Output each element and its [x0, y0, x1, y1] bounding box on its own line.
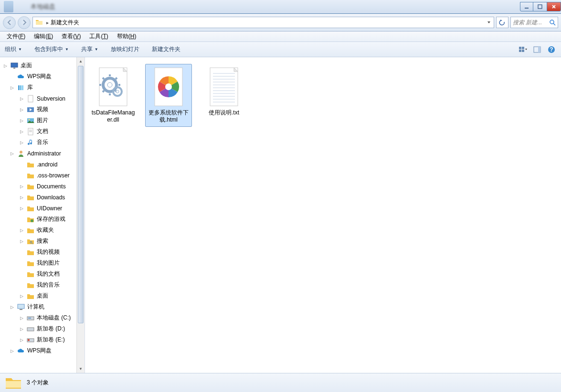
tree-item[interactable]: 保存的游戏 [0, 214, 76, 225]
svg-rect-13 [13, 68, 15, 69]
svg-rect-31 [28, 318, 31, 319]
maximize-button[interactable] [533, 2, 547, 11]
menu-file[interactable]: 文件(F) [3, 31, 29, 41]
tree-wps2[interactable]: ▷WPS网盘 [0, 345, 76, 356]
address-bar[interactable]: ▸新建文件夹 [32, 17, 494, 28]
menu-edit[interactable]: 编辑(E) [30, 31, 57, 41]
tree-item[interactable]: ▷视频 [0, 104, 76, 115]
dll-file-icon [95, 66, 131, 107]
scroll-thumb[interactable] [78, 66, 84, 323]
folder-icon [5, 375, 22, 391]
statusbar: 3 个对象 [0, 373, 561, 392]
folder-icon [26, 215, 35, 224]
tree-item[interactable]: ▷Documents [0, 181, 76, 192]
svg-point-24 [20, 151, 22, 154]
scroll-up-icon[interactable]: ▲ [77, 57, 85, 65]
file-list[interactable]: tsDataFileManager.dll [85, 57, 561, 373]
drive-icon [26, 325, 35, 333]
folder-icon [26, 171, 35, 180]
new-folder-button[interactable]: 新建文件夹 [152, 45, 180, 53]
svg-point-2 [550, 20, 554, 24]
svg-rect-14 [18, 85, 20, 90]
svg-point-37 [107, 83, 112, 87]
desktop-icon [10, 62, 19, 70]
window-title: 本地磁盘 [16, 2, 520, 11]
file-item[interactable]: 更多系统软件下载.html [145, 64, 192, 127]
cloud-icon [17, 347, 25, 355]
tree-libraries[interactable]: ▷库 [0, 82, 76, 93]
titlebar: 本地磁盘 [0, 0, 561, 14]
tree-drive-e[interactable]: ▷新加卷 (E:) [0, 334, 76, 345]
tree-item[interactable]: .oss-browser [0, 170, 76, 181]
view-options-button[interactable] [518, 45, 528, 54]
cloud-icon [17, 72, 25, 81]
folder-icon [26, 204, 35, 213]
svg-rect-0 [525, 8, 529, 9]
svg-rect-1 [538, 5, 542, 9]
minimize-button[interactable] [520, 2, 533, 11]
menu-view[interactable]: 查看(V) [58, 31, 85, 41]
folder-icon [26, 281, 35, 289]
drive-icon [26, 336, 35, 344]
file-item[interactable]: tsDataFileManager.dll [90, 64, 137, 127]
scroll-down-icon[interactable]: ▼ [77, 365, 85, 373]
menu-help[interactable]: 帮助(H) [113, 31, 140, 41]
close-button[interactable] [547, 2, 561, 11]
tree-item[interactable]: ▷Subversion [0, 93, 76, 104]
svg-point-41 [165, 83, 172, 90]
tree-item[interactable]: 我的音乐 [0, 279, 76, 290]
back-button[interactable] [3, 16, 16, 29]
body: ▷桌面 WPS网盘 ▷库 ▷Subversion ▷视频 ▷图片 ▷文档 ▷音乐… [0, 57, 561, 373]
tree-item[interactable]: 我的图片 [0, 258, 76, 268]
tree-item[interactable]: ▷音乐 [0, 137, 76, 148]
preview-pane-button[interactable] [532, 45, 542, 54]
tree-item[interactable]: 我的文档 [0, 268, 76, 279]
tree-item[interactable]: ▷UIDowner [0, 203, 76, 214]
svg-point-20 [29, 119, 30, 120]
music-icon [26, 138, 35, 147]
svg-text:?: ? [550, 46, 553, 53]
navigation-bar: ▸新建文件夹 搜索 新建... [0, 14, 561, 31]
tree-item[interactable]: .android [0, 159, 76, 170]
html-file-icon [151, 66, 186, 107]
svg-rect-16 [22, 85, 23, 90]
organize-button[interactable]: 组织▼ [5, 45, 22, 53]
share-button[interactable]: 共享▼ [81, 45, 98, 53]
svg-rect-9 [538, 47, 540, 52]
tree-item[interactable]: ▷文档 [0, 126, 76, 137]
menu-tools[interactable]: 工具(T) [85, 31, 112, 41]
sidebar-scrollbar[interactable]: ▲ ▼ [76, 57, 85, 373]
document-icon [26, 94, 35, 103]
tree-drive-c[interactable]: ▷本地磁盘 (C:) [0, 312, 76, 323]
help-button[interactable]: ? [547, 45, 556, 54]
file-label: 使用说明.txt [209, 109, 239, 116]
tree-administrator[interactable]: ▷Administrator [0, 148, 76, 159]
tree-item[interactable]: ▷收藏夹 [0, 225, 76, 236]
tree-desktop[interactable]: ▷桌面 [0, 60, 76, 71]
tree-item[interactable]: ▷搜索 [0, 236, 76, 247]
tree-item[interactable]: ▷图片 [0, 115, 76, 126]
svg-rect-32 [27, 328, 34, 331]
slideshow-button[interactable]: 放映幻灯片 [111, 45, 139, 53]
file-item[interactable]: 使用说明.txt [201, 64, 247, 120]
svg-point-39 [116, 90, 119, 93]
forward-button[interactable] [18, 16, 31, 29]
svg-rect-6 [519, 50, 521, 52]
file-label: 更多系统软件下载.html [147, 109, 191, 124]
tree-wps[interactable]: WPS网盘 [0, 71, 76, 82]
include-library-button[interactable]: 包含到库中▼ [34, 45, 69, 53]
search-input[interactable]: 搜索 新建... [510, 17, 558, 28]
address-dropdown[interactable] [485, 20, 493, 25]
refresh-button[interactable] [496, 17, 508, 28]
menubar: 文件(F) 编辑(E) 查看(V) 工具(T) 帮助(H) [0, 31, 561, 42]
tree-item[interactable]: ▷桌面 [0, 290, 76, 301]
tree-item[interactable]: 我的视频 [0, 247, 76, 258]
tree-computer[interactable]: ▷计算机 [0, 301, 76, 312]
tree-drive-d[interactable]: ▷新加卷 (D:) [0, 323, 76, 334]
folder-icon [26, 270, 35, 279]
toolbar: 组织▼ 包含到库中▼ 共享▼ 放映幻灯片 新建文件夹 ? [0, 42, 561, 57]
computer-icon [17, 303, 25, 311]
window-controls [520, 2, 561, 11]
tree-item[interactable]: ▷Downloads [0, 192, 76, 203]
breadcrumb-item[interactable]: ▸新建文件夹 [44, 19, 81, 27]
